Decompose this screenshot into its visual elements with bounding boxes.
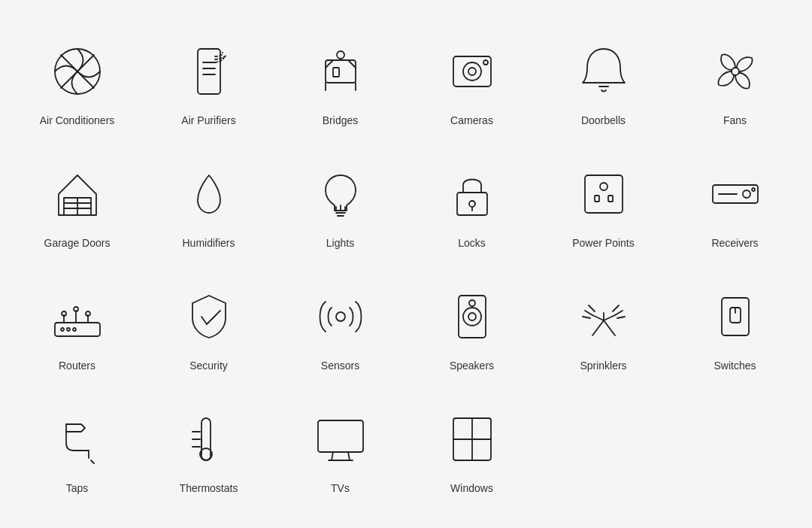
bridges-label: Bridges [323, 114, 358, 126]
svg-line-50 [207, 311, 220, 324]
svg-rect-33 [608, 196, 613, 202]
taps-label: Taps [66, 482, 89, 494]
garage-doors-label: Garage Doors [44, 237, 111, 249]
thermostats-label: Thermostats [180, 482, 238, 494]
lights-icon [307, 160, 374, 228]
svg-line-60 [617, 317, 625, 318]
power-points-label: Power Points [572, 237, 634, 249]
svg-point-18 [732, 68, 739, 75]
svg-line-76 [348, 452, 350, 460]
device-grid: Air Conditioners Air Purifiers Bridges C… [15, 23, 797, 505]
tvs-icon [307, 405, 374, 473]
sprinklers-icon [570, 283, 638, 350]
svg-line-49 [201, 317, 207, 324]
svg-line-67 [91, 460, 94, 463]
cameras-icon [438, 38, 506, 105]
humidifiers-label: Humidifiers [182, 237, 235, 249]
svg-line-7 [326, 60, 333, 68]
svg-point-47 [67, 328, 70, 331]
locks-label: Locks [458, 237, 486, 249]
svg-point-29 [469, 201, 475, 207]
svg-point-15 [468, 68, 476, 75]
item-cameras[interactable]: Cameras [410, 23, 534, 138]
humidifiers-icon [175, 160, 243, 228]
svg-point-9 [337, 51, 344, 59]
routers-label: Routers [59, 360, 95, 372]
item-doorbells[interactable]: Doorbells [541, 23, 665, 138]
item-air-conditioners[interactable]: Air Conditioners [15, 23, 139, 138]
item-sprinklers[interactable]: Sprinklers [541, 268, 665, 383]
svg-point-55 [469, 300, 475, 306]
svg-point-14 [463, 62, 481, 80]
cameras-label: Cameras [450, 114, 493, 126]
doorbells-label: Doorbells [581, 114, 626, 126]
svg-point-43 [62, 311, 66, 316]
air-purifiers-icon [175, 38, 243, 105]
windows-icon [438, 405, 506, 473]
tvs-label: TVs [331, 482, 350, 494]
item-thermostats[interactable]: Thermostats [147, 390, 271, 505]
fans-label: Fans [723, 114, 747, 126]
receivers-icon [701, 160, 769, 228]
bridges-icon [307, 38, 374, 105]
sprinklers-label: Sprinklers [580, 360, 626, 372]
garage-doors-icon [44, 160, 111, 228]
svg-line-59 [583, 317, 590, 318]
svg-rect-1 [198, 49, 220, 94]
item-air-purifiers[interactable]: Air Purifiers [147, 23, 271, 138]
item-security[interactable]: Security [147, 268, 271, 383]
svg-point-53 [463, 308, 481, 326]
item-taps[interactable]: Taps [15, 390, 139, 505]
svg-rect-32 [595, 196, 599, 202]
svg-point-51 [336, 312, 345, 321]
svg-point-48 [73, 328, 76, 331]
item-humidifiers[interactable]: Humidifiers [147, 145, 271, 260]
taps-icon [44, 405, 111, 473]
doorbells-icon [570, 38, 638, 105]
item-lights[interactable]: Lights [278, 145, 402, 260]
item-power-points[interactable]: Power Points [541, 145, 665, 260]
svg-rect-6 [333, 68, 339, 77]
svg-line-57 [585, 311, 592, 315]
speakers-icon [438, 283, 506, 350]
switches-icon [701, 283, 769, 350]
svg-line-75 [332, 452, 333, 460]
svg-rect-28 [457, 193, 487, 215]
item-receivers[interactable]: Receivers [673, 145, 797, 260]
svg-point-37 [743, 190, 750, 198]
item-locks[interactable]: Locks [410, 145, 534, 260]
thermostats-icon [175, 405, 243, 473]
lights-label: Lights [326, 237, 354, 249]
air-conditioners-icon [44, 38, 111, 105]
speakers-label: Speakers [450, 360, 494, 372]
svg-rect-63 [722, 298, 749, 335]
svg-point-38 [752, 188, 755, 191]
item-windows[interactable]: Windows [410, 390, 534, 505]
item-garage-doors[interactable]: Garage Doors [15, 145, 139, 260]
item-fans[interactable]: Fans [673, 23, 797, 138]
fans-icon [701, 38, 769, 105]
svg-rect-39 [55, 323, 100, 336]
security-label: Security [189, 360, 228, 372]
windows-label: Windows [450, 482, 493, 494]
air-conditioners-label: Air Conditioners [40, 114, 115, 126]
item-routers[interactable]: Routers [15, 268, 139, 383]
svg-line-58 [615, 311, 623, 315]
item-sensors[interactable]: Sensors [278, 268, 402, 383]
power-points-icon [570, 160, 638, 228]
svg-point-46 [61, 328, 64, 331]
svg-rect-74 [318, 420, 363, 452]
svg-point-54 [468, 313, 476, 320]
svg-point-34 [600, 183, 607, 190]
item-bridges[interactable]: Bridges [278, 23, 402, 138]
svg-point-45 [86, 311, 90, 316]
item-switches[interactable]: Switches [673, 268, 797, 383]
sensors-label: Sensors [321, 360, 359, 372]
item-tvs[interactable]: TVs [278, 390, 402, 505]
switches-label: Switches [714, 360, 756, 372]
svg-rect-31 [585, 175, 623, 213]
item-speakers[interactable]: Speakers [410, 268, 534, 383]
security-icon [175, 283, 243, 350]
air-purifiers-label: Air Purifiers [181, 114, 235, 126]
svg-line-62 [613, 305, 619, 311]
